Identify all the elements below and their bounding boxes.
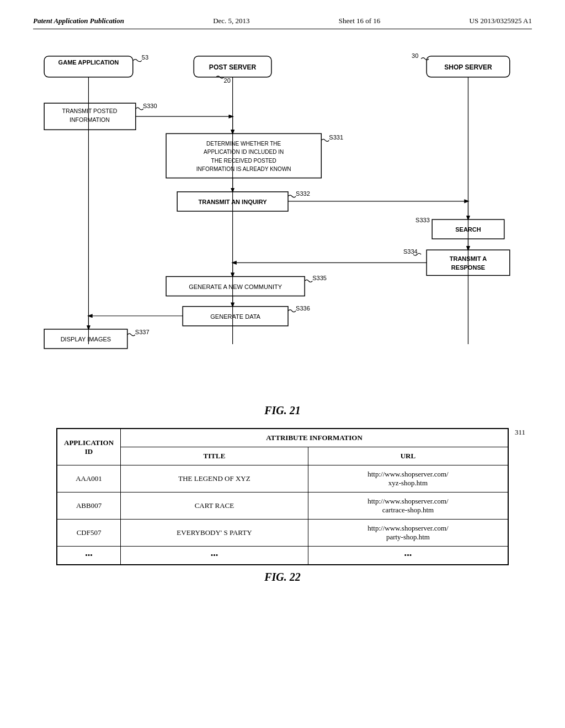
url-header: URL [308, 447, 508, 465]
svg-text:SHOP  SERVER: SHOP SERVER [444, 63, 492, 71]
svg-text:S336: S336 [296, 305, 310, 312]
table-row: ABB007 CART RACE http://www.shopserver.c… [57, 493, 508, 520]
svg-text:S332: S332 [296, 190, 310, 197]
svg-text:DISPLAY IMAGES: DISPLAY IMAGES [61, 336, 111, 342]
title-header: TITLE [121, 447, 308, 465]
fig22-label: FIG. 22 [33, 571, 532, 584]
header-sheet: Sheet 16 of 16 [339, 17, 380, 25]
title-cell: THE LEGEND OF XYZ [121, 465, 308, 493]
page-header: Patent Application Publication Dec. 5, 2… [33, 17, 532, 29]
svg-text:20: 20 [224, 77, 231, 84]
app-id-cell: AAA001 [57, 465, 121, 493]
app-id-cell: CDF507 [57, 520, 121, 547]
svg-text:APPLICATION ID INCLUDED IN: APPLICATION ID INCLUDED IN [204, 149, 284, 155]
svg-text:GENERATE A NEW COMMUNITY: GENERATE A NEW COMMUNITY [189, 283, 282, 290]
header-patent: US 2013/0325925 A1 [470, 17, 532, 25]
fig21-label: FIG. 21 [33, 404, 532, 417]
url-cell: ••• [308, 547, 508, 565]
svg-text:INFORMATION IS ALREADY KNOWN: INFORMATION IS ALREADY KNOWN [196, 166, 291, 172]
app-id-cell: ••• [57, 547, 121, 565]
table-row: ••• ••• ••• [57, 547, 508, 565]
title-cell: EVERYBODY' S PARTY [121, 520, 308, 547]
table-row: CDF507 EVERYBODY' S PARTY http://www.sho… [57, 520, 508, 547]
svg-text:TRANSMIT A: TRANSMIT A [450, 255, 487, 262]
table-subheader-row: TITLE URL [57, 447, 508, 465]
svg-text:S333: S333 [415, 217, 430, 223]
url-cell: http://www.shopserver.com/party-shop.htm [308, 520, 508, 547]
page: Patent Application Publication Dec. 5, 2… [0, 0, 565, 728]
svg-text:GENERATE DATA: GENERATE DATA [210, 313, 260, 320]
svg-text:TRANSMIT POSTED: TRANSMIT POSTED [62, 108, 118, 114]
svg-text:TRANSMIT AN INQUIRY: TRANSMIT AN INQUIRY [198, 199, 267, 205]
url-cell: http://www.shopserver.com/cartrace-shop.… [308, 493, 508, 520]
attr-info-header: ATTRIBUTE INFORMATION [121, 429, 508, 447]
header-left: Patent Application Publication [33, 17, 124, 25]
svg-text:RESPONSE: RESPONSE [451, 264, 485, 271]
svg-text:S334: S334 [403, 248, 418, 255]
table-header-row: APPLICATIONID ATTRIBUTE INFORMATION [57, 429, 508, 447]
svg-text:THE RECEIVED POSTED: THE RECEIVED POSTED [211, 158, 276, 164]
title-cell: CART RACE [121, 493, 308, 520]
url-cell: http://www.shopserver.com/xyz-shop.htm [308, 465, 508, 493]
header-date: Dec. 5, 2013 [213, 17, 249, 25]
svg-text:S330: S330 [143, 103, 157, 109]
svg-text:INFORMATION: INFORMATION [70, 116, 110, 123]
svg-text:POST SERVER: POST SERVER [209, 63, 257, 71]
app-id-cell: ABB007 [57, 493, 121, 520]
svg-text:DETERMINE WHETHER THE: DETERMINE WHETHER THE [206, 141, 281, 147]
svg-text:S337: S337 [135, 329, 150, 335]
table-ref: 311 [515, 428, 525, 437]
app-id-header: APPLICATIONID [57, 429, 121, 465]
svg-text:GAME APPLICATION: GAME APPLICATION [58, 59, 119, 66]
title-cell: ••• [121, 547, 308, 565]
svg-text:SEARCH: SEARCH [455, 226, 481, 233]
fig21-flowchart: GAME APPLICATION 53 POST SERVER 20 SHOP … [33, 46, 532, 399]
fig22-table-container: 311 APPLICATIONID ATTRIBUTE INFORMATION … [56, 428, 509, 565]
svg-text:S331: S331 [329, 134, 343, 141]
svg-text:S335: S335 [312, 275, 327, 281]
svg-text:30: 30 [412, 52, 418, 59]
svg-text:53: 53 [142, 54, 148, 61]
attribute-table: APPLICATIONID ATTRIBUTE INFORMATION TITL… [56, 428, 509, 565]
table-row: AAA001 THE LEGEND OF XYZ http://www.shop… [57, 465, 508, 493]
